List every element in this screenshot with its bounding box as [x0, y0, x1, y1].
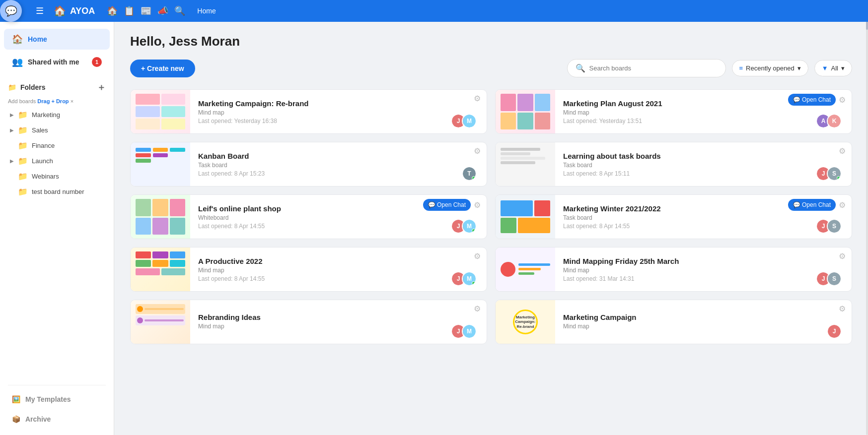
filter-chevron-icon: ▾ [841, 64, 845, 72]
board-settings-button-10[interactable]: ⚙ [839, 304, 846, 313]
sidebar-item-templates[interactable]: 🖼️ My Templates [4, 390, 110, 408]
board-card-5[interactable]: Leif's online plant shop Whiteboard Last… [130, 194, 487, 239]
archive-icon: 📦 [12, 415, 20, 423]
folder-item-launch[interactable]: ▶ 📁 Launch [8, 153, 106, 169]
board-settings-button-6[interactable]: ⚙ [839, 200, 846, 210]
sidebar-divider [8, 385, 106, 385]
online-indicator [472, 281, 476, 285]
board-settings-button-3[interactable]: ⚙ [474, 146, 481, 156]
main-content: Hello, Jess Moran + Create new 🔍 ≡ Recen… [114, 22, 868, 435]
board-thumbnail-3 [131, 142, 190, 186]
board-avatars-6: J S [816, 219, 842, 234]
search-input[interactable] [589, 64, 718, 72]
board-settings-button-8[interactable]: ⚙ [839, 251, 846, 261]
board-type-5: Whiteboard [198, 214, 409, 221]
layout: 🏠 Home 👥 Shared with me 1 📁 Folders ＋ Ad… [0, 22, 868, 435]
board-thumbnail-9 [131, 300, 190, 344]
avatar: M [462, 271, 477, 286]
current-page-label: Home [197, 7, 216, 15]
online-indicator [472, 229, 476, 233]
avatar: M [462, 114, 477, 128]
board-name-1: Marketing Campaign: Re-brand [198, 99, 437, 108]
folder-arrow-icon: ▶ [10, 158, 14, 164]
board-card-1[interactable]: Marketing Campaign: Re-brand Mind map La… [130, 89, 487, 134]
board-right-9: ⚙ J M [445, 300, 487, 344]
board-avatars-7: J M [451, 271, 477, 286]
open-chat-button-5[interactable]: 💬 Open Chat [423, 199, 471, 211]
folder-arrow-icon: ▶ [10, 127, 14, 133]
board-info-8: Mind Mapping Friday 25th March Mind map … [555, 251, 810, 288]
board-avatars-3: T [462, 166, 477, 181]
folder-item-finance[interactable]: ▶ 📁 Finance [8, 138, 106, 153]
board-info-10: Marketing Campaign Mind map [555, 307, 821, 337]
type-filter-button[interactable]: ▼ All ▾ [814, 60, 852, 76]
open-chat-button-2[interactable]: 💬 Open Chat [788, 94, 836, 106]
board-name-7: A Productive 2022 [198, 257, 437, 265]
board-date-7: Last opened: 8 Apr 14:55 [198, 275, 437, 282]
board-right-10: ⚙ J [821, 300, 852, 344]
sidebar-item-home[interactable]: 🏠 Home [4, 29, 110, 50]
board-date-3: Last opened: 8 Apr 15:23 [198, 170, 448, 177]
board-thumbnail-1 [131, 90, 190, 133]
announce-nav-icon[interactable]: 📣 [157, 5, 168, 16]
nav-icons: 🏠 📋 📰 📣 🔍 [107, 5, 185, 16]
board-card-10[interactable]: Marketing Campaign: Re-brand Marketing C… [495, 300, 852, 344]
board-card-8[interactable]: Mind Mapping Friday 25th March Mind map … [495, 247, 852, 292]
online-indicator [837, 176, 841, 180]
create-new-button[interactable]: + Create new [130, 60, 195, 77]
board-card-4[interactable]: Learning about task boards Task board La… [495, 142, 852, 186]
folders-section: 📁 Folders ＋ Add boards Drag + Drop × ▶ 📁… [0, 73, 114, 201]
archive-label: Archive [25, 415, 51, 423]
folder-icon-sales: 📁 [18, 125, 28, 135]
board-settings-button-4[interactable]: ⚙ [839, 146, 846, 156]
board-date-6: Last opened: 8 Apr 14:55 [563, 223, 774, 230]
scrollbar-track[interactable] [866, 0, 868, 435]
board-info-9: Rebranding Ideas Mind map [190, 307, 445, 337]
sort-filter-button[interactable]: ≡ Recently opened ▾ [732, 60, 808, 76]
board-settings-button-9[interactable]: ⚙ [474, 304, 481, 313]
toolbar: + Create new 🔍 ≡ Recently opened ▾ ▼ All… [130, 59, 852, 77]
board-thumbnail-10: Marketing Campaign: Re-brand [496, 300, 555, 344]
sidebar-item-shared[interactable]: 👥 Shared with me 1 [4, 52, 110, 72]
notes-nav-icon[interactable]: 📰 [141, 5, 151, 16]
open-chat-button-6[interactable]: 💬 Open Chat [788, 199, 836, 211]
board-type-2: Mind map [563, 109, 774, 116]
tasks-nav-icon[interactable]: 📋 [124, 5, 135, 16]
board-name-9: Rebranding Ideas [198, 313, 437, 321]
board-type-7: Mind map [198, 267, 437, 274]
folder-icon-test: 📁 [18, 187, 28, 196]
hamburger-icon[interactable]: ☰ [36, 5, 44, 16]
folders-header[interactable]: 📁 Folders ＋ [8, 77, 106, 97]
board-date-4: Last opened: 8 Apr 15:11 [563, 170, 802, 177]
folder-item-webinars[interactable]: ▶ 📁 Webinars [8, 169, 106, 184]
avatar: T [462, 166, 477, 181]
search-nav-icon[interactable]: 🔍 [174, 5, 185, 16]
board-card-2[interactable]: Marketing Plan August 2021 Mind map Last… [495, 89, 852, 134]
board-settings-button-5[interactable]: ⚙ [474, 200, 481, 210]
board-date-1: Last opened: Yesterday 16:38 [198, 118, 437, 124]
folder-name: test board number [32, 188, 84, 195]
folder-item-sales[interactable]: ▶ 📁 Sales [8, 123, 106, 138]
board-type-6: Task board [563, 214, 774, 221]
logo: 🏠 AYOA [54, 5, 95, 17]
logo-text: AYOA [70, 6, 95, 16]
board-settings-button-2[interactable]: ⚙ [839, 95, 846, 105]
filter-icon: ▼ [822, 64, 828, 72]
board-card-7[interactable]: A Productive 2022 Mind map Last opened: … [130, 247, 487, 292]
home-nav-icon[interactable]: 🏠 [107, 5, 118, 16]
add-folder-button[interactable]: ＋ [97, 81, 106, 93]
folder-section-icon: 📁 [8, 83, 16, 91]
board-card-9[interactable]: Rebranding Ideas Mind map ⚙ J M [130, 300, 487, 344]
board-avatars-4: J S [816, 166, 842, 181]
board-card-3[interactable]: Kanban Board Task board Last opened: 8 A… [130, 142, 487, 186]
folder-item-marketing[interactable]: ▶ 📁 Marketing [8, 107, 106, 123]
sidebar-item-archive[interactable]: 📦 Archive [4, 410, 110, 428]
board-card-6[interactable]: Marketing Winter 2021/2022 Task board La… [495, 194, 852, 239]
folder-item-test[interactable]: ▶ 📁 test board number [8, 184, 106, 199]
chat-bubble-icon[interactable]: 💬 [0, 0, 22, 22]
board-settings-button-7[interactable]: ⚙ [474, 251, 481, 261]
board-avatars-9: J M [451, 324, 477, 339]
board-type-3: Task board [198, 162, 448, 169]
board-settings-button-1[interactable]: ⚙ [474, 94, 481, 103]
board-right-1: ⚙ J M [445, 90, 487, 133]
